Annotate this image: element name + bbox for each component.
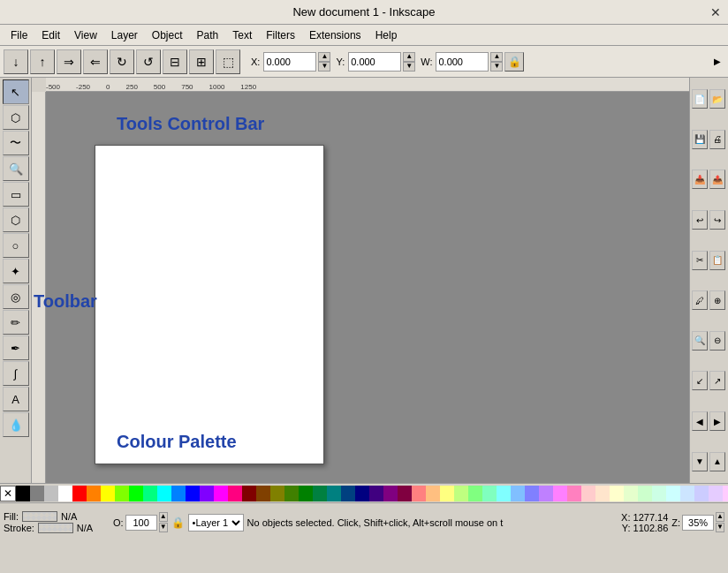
circle-tool-button[interactable]: ○ [3, 233, 29, 258]
ctrl-btn-1[interactable]: ⊞ [189, 49, 214, 74]
color-swatch-36[interactable] [525, 486, 539, 501]
color-swatch-30[interactable] [440, 486, 454, 501]
color-swatch-49[interactable] [709, 486, 723, 501]
no-color-swatch[interactable]: ✕ [0, 486, 16, 501]
dropper-tool-button[interactable]: 💧 [3, 412, 29, 437]
color-swatch-47[interactable] [680, 486, 694, 501]
color-swatch-41[interactable] [595, 486, 610, 501]
select-tool-button[interactable]: ↖ [3, 79, 29, 104]
tweak-tool-button[interactable]: 〜 [3, 131, 29, 155]
menu-item-path[interactable]: Path [190, 27, 226, 43]
color-swatch-23[interactable] [341, 486, 355, 501]
3dbox-tool-button[interactable]: ⬡ [3, 207, 29, 232]
color-swatch-25[interactable] [369, 486, 383, 501]
color-swatch-39[interactable] [567, 486, 581, 501]
opacity-spinner[interactable]: ▲ ▼ [159, 512, 168, 532]
color-swatch-8[interactable] [129, 486, 143, 501]
color-swatch-31[interactable] [454, 486, 468, 501]
color-swatch-15[interactable] [228, 486, 242, 501]
layer-select[interactable]: •Layer 1 [188, 514, 244, 532]
opacity-spin-up[interactable]: ▲ [159, 512, 168, 522]
color-swatch-2[interactable] [44, 486, 58, 501]
zoom-in-btn[interactable]: 🔍 [692, 331, 708, 351]
ctrl-btn-5[interactable]: ⇐ [83, 49, 108, 74]
nav-btn1[interactable]: ↙ [692, 371, 708, 390]
w-spin-down[interactable]: ▼ [490, 62, 503, 72]
color-swatch-26[interactable] [383, 486, 398, 501]
zoom-fit-btn[interactable]: ⊕ [709, 290, 725, 310]
w-input[interactable] [436, 52, 489, 72]
import-btn[interactable]: 📥 [692, 170, 708, 189]
text-tool-button[interactable]: A [3, 387, 29, 411]
y-spinner[interactable]: ▲ ▼ [403, 52, 415, 72]
canvas-area[interactable]: -500-250025050075010001250 Tools Control… [32, 78, 689, 483]
ctrl-btn-7[interactable]: ↑ [30, 49, 55, 74]
pen-tool-button[interactable]: ✒ [3, 336, 29, 360]
cut-btn[interactable]: ✂ [692, 251, 708, 270]
lock-aspect-button[interactable]: 🔒 [504, 52, 524, 72]
color-swatch-33[interactable] [482, 486, 497, 501]
ctrl-btn-6[interactable]: ⇒ [57, 49, 81, 74]
scroll-right-btn[interactable]: ▶ [709, 411, 725, 431]
color-swatch-13[interactable] [200, 486, 214, 501]
menu-item-file[interactable]: File [4, 27, 34, 43]
color-swatch-16[interactable] [242, 486, 256, 501]
color-swatch-28[interactable] [412, 486, 426, 501]
color-swatch-32[interactable] [468, 486, 482, 501]
node-tool-button[interactable]: ⬡ [3, 105, 29, 130]
color-swatch-22[interactable] [327, 486, 341, 501]
export-btn[interactable]: 📤 [709, 170, 725, 189]
zoom-spinner[interactable]: ▲ ▼ [716, 512, 724, 532]
w-spinner[interactable]: ▲ ▼ [490, 52, 503, 72]
ctrl-btn-0[interactable]: ⬚ [216, 49, 240, 74]
color-swatch-29[interactable] [426, 486, 440, 501]
color-swatch-18[interactable] [270, 486, 284, 501]
print-btn[interactable]: 🖨 [709, 130, 725, 149]
nav-btn2[interactable]: ↗ [709, 371, 725, 390]
color-swatch-12[interactable] [186, 486, 200, 501]
x-spin-down[interactable]: ▼ [318, 62, 330, 72]
color-swatch-45[interactable] [652, 486, 666, 501]
close-button[interactable]: ✕ [710, 5, 721, 19]
zoom-spin-down[interactable]: ▼ [716, 523, 724, 532]
zoom-input[interactable] [682, 515, 714, 531]
zoom-tool-button[interactable]: 🔍 [3, 156, 29, 181]
color-swatch-50[interactable] [723, 486, 728, 501]
color-swatch-21[interactable] [313, 486, 327, 501]
x-spin-up[interactable]: ▲ [318, 52, 330, 62]
color-swatch-5[interactable] [87, 486, 101, 501]
overflow-button[interactable]: ▶ [710, 49, 724, 74]
color-swatch-9[interactable] [143, 486, 157, 501]
ctrl-btn-2[interactable]: ⊟ [163, 49, 187, 74]
undo-btn[interactable]: ↩ [692, 210, 708, 230]
x-spinner[interactable]: ▲ ▼ [318, 52, 330, 72]
color-swatch-4[interactable] [72, 486, 87, 501]
menu-item-edit[interactable]: Edit [34, 27, 67, 43]
zoom-out-btn[interactable]: ⊖ [709, 331, 725, 351]
color-swatch-0[interactable] [16, 486, 30, 501]
color-swatch-34[interactable] [497, 486, 511, 501]
color-swatch-42[interactable] [610, 486, 624, 501]
pencil-tool-button[interactable]: ✏ [3, 310, 29, 335]
color-swatch-11[interactable] [171, 486, 186, 501]
zoom-spin-up[interactable]: ▲ [716, 512, 724, 522]
scroll-up-btn[interactable]: ▲ [709, 452, 725, 471]
color-swatch-46[interactable] [666, 486, 680, 501]
menu-item-extensions[interactable]: Extensions [302, 27, 368, 43]
color-swatch-10[interactable] [157, 486, 171, 501]
scroll-down-btn[interactable]: ▼ [692, 452, 708, 471]
scroll-left-btn[interactable]: ◀ [692, 411, 708, 431]
ctrl-btn-4[interactable]: ↻ [110, 49, 134, 74]
color-swatch-38[interactable] [553, 486, 567, 501]
color-swatch-17[interactable] [256, 486, 270, 501]
opacity-spin-down[interactable]: ▼ [159, 523, 168, 532]
calligraphy-tool-button[interactable]: ∫ [3, 361, 29, 386]
y-input[interactable] [348, 52, 401, 72]
color-swatch-37[interactable] [539, 486, 553, 501]
w-spin-up[interactable]: ▲ [490, 52, 503, 62]
color-swatch-43[interactable] [624, 486, 638, 501]
color-swatch-6[interactable] [101, 486, 115, 501]
canvas-background[interactable]: Tools Control Bar Colour Palette [46, 92, 689, 483]
color-swatch-48[interactable] [694, 486, 709, 501]
color-swatch-14[interactable] [214, 486, 228, 501]
